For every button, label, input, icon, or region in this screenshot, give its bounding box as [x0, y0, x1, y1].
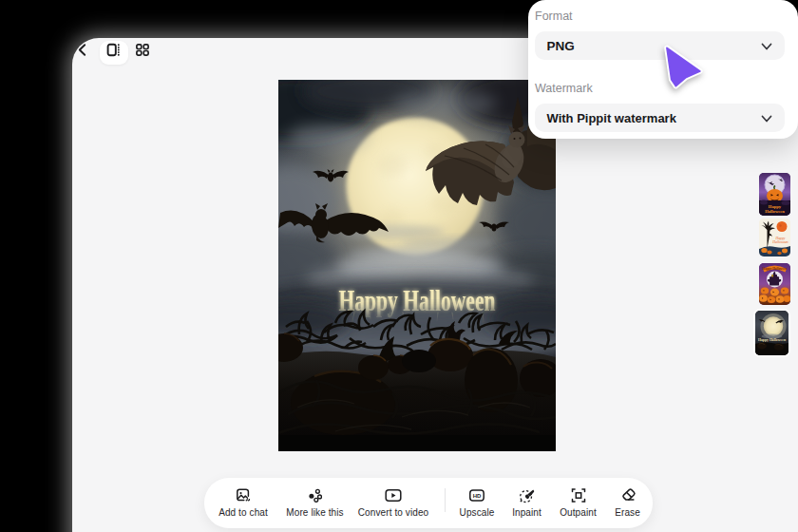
svg-text:Happy Halloween: Happy Halloween: [758, 338, 787, 342]
svg-text:HD: HD: [473, 493, 482, 499]
svg-text:Happy Halloween: Happy Halloween: [763, 267, 788, 271]
svg-text:Halloween: Halloween: [765, 209, 785, 214]
svg-text:Halloween: Halloween: [771, 240, 788, 244]
